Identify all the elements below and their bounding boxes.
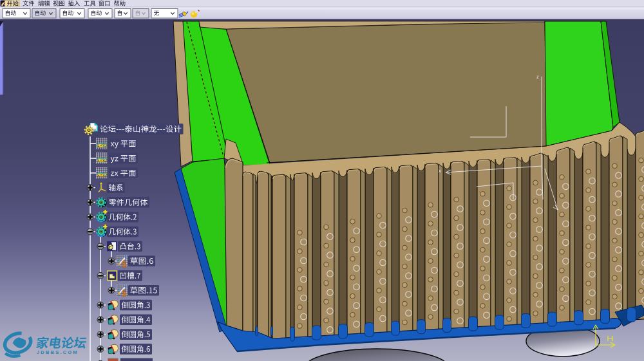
svg-text:JDBBS.COM: JDBBS.COM (37, 349, 79, 355)
